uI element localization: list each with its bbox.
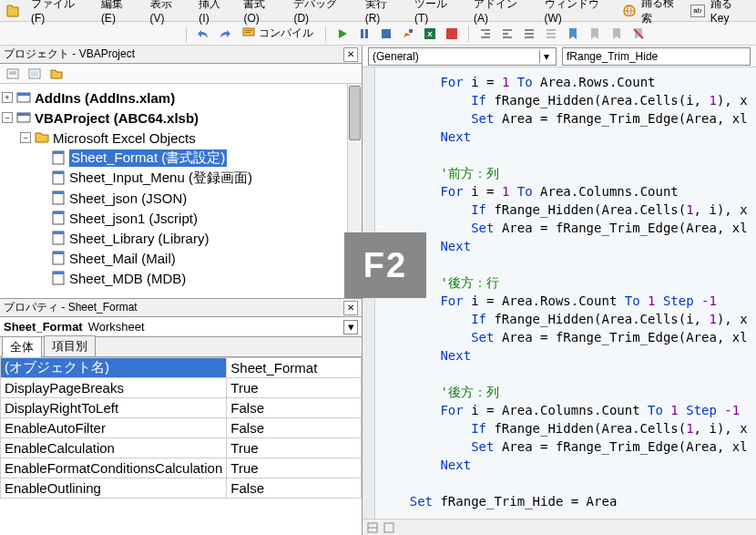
undo-button[interactable] xyxy=(194,25,212,43)
svg-rect-4 xyxy=(361,29,363,38)
design-mode-button[interactable] xyxy=(399,25,417,43)
chevron-down-icon[interactable]: ▾ xyxy=(343,320,358,334)
view-code-button[interactable] xyxy=(4,65,22,83)
property-value[interactable]: True xyxy=(227,438,362,458)
svg-rect-28 xyxy=(53,211,64,214)
property-name: EnableFormatConditionsCalculation xyxy=(1,458,227,478)
full-view-button[interactable] xyxy=(383,521,395,534)
property-value[interactable]: Sheet_Format xyxy=(227,358,362,378)
compile-button[interactable]: コンパイル xyxy=(238,25,318,43)
pause-button[interactable] xyxy=(355,25,373,43)
properties-title-text: プロパティ - Sheet_Format xyxy=(4,300,138,315)
code-content: For i = 1 To Area.Rows.Count If fRange_H… xyxy=(379,73,756,519)
object-combo-value: (General) xyxy=(373,50,419,63)
redo-button[interactable] xyxy=(216,25,234,43)
scrollbar-thumb[interactable] xyxy=(349,86,361,140)
tree-node-sheet-library[interactable]: Sheet_Library (Library) xyxy=(2,228,360,248)
tree-node-vbaproject[interactable]: −VBAProject (ABC64.xlsb) xyxy=(2,108,360,128)
svg-rect-24 xyxy=(53,171,64,174)
property-row[interactable]: DisplayRightToLeftFalse xyxy=(1,398,362,418)
tab-categorized[interactable]: 項目別 xyxy=(44,335,96,356)
tree-node-sheet-mail[interactable]: Sheet_Mail (Mail) xyxy=(2,248,360,268)
odoru-search[interactable]: 踊る検索 xyxy=(641,0,685,26)
property-value[interactable]: False xyxy=(227,478,362,499)
view-object-button[interactable] xyxy=(26,65,44,83)
next-bookmark-button[interactable] xyxy=(586,25,604,43)
property-row[interactable]: DisplayPageBreaksTrue xyxy=(1,378,362,398)
vba-button[interactable] xyxy=(443,25,461,43)
project-panel-title: プロジェクト - VBAProject ✕ xyxy=(0,46,362,64)
property-name: EnableOutlining xyxy=(1,478,227,499)
code-footer xyxy=(363,519,756,535)
comment-button[interactable] xyxy=(520,25,538,43)
property-value[interactable]: True xyxy=(227,458,362,478)
svg-rect-3 xyxy=(245,32,250,33)
tab-all[interactable]: 全体 xyxy=(2,336,42,357)
code-dropdown-bar: (General) ▾ fRange_Trim_Hide xyxy=(363,46,756,67)
bookmark-button[interactable] xyxy=(564,25,582,43)
collapse-icon[interactable]: − xyxy=(20,132,31,143)
property-row[interactable]: (オブジェクト名)Sheet_Format xyxy=(1,358,362,378)
property-row[interactable]: EnableOutliningFalse xyxy=(1,478,362,499)
prev-bookmark-button[interactable] xyxy=(608,25,626,43)
collapse-icon[interactable]: − xyxy=(2,112,13,123)
uncomment-button[interactable] xyxy=(542,25,560,43)
tree-node-sheet-json1[interactable]: Sheet_json1 (Jscript) xyxy=(2,208,360,228)
stop-button[interactable] xyxy=(377,25,395,43)
svg-rect-26 xyxy=(53,191,64,194)
menu-run[interactable]: 実行(R) xyxy=(360,0,407,26)
menu-debug[interactable]: デバッグ(D) xyxy=(288,0,357,26)
property-value[interactable]: False xyxy=(227,418,362,438)
object-name: Sheet_Format xyxy=(4,320,83,334)
property-value[interactable]: False xyxy=(227,398,362,418)
tree-node-sheet-mdb[interactable]: Sheet_MDB (MDB) xyxy=(2,268,360,288)
separator xyxy=(468,26,469,42)
clear-bookmark-button[interactable] xyxy=(629,25,648,43)
expand-icon[interactable]: + xyxy=(2,92,13,103)
menu-view[interactable]: 表示(V) xyxy=(145,0,192,26)
project-toolbar xyxy=(0,64,362,84)
tree-node-excel-objects[interactable]: −Microsoft Excel Objects xyxy=(2,128,360,148)
project-tree[interactable]: +AddIns (AddIns.xlam) −VBAProject (ABC64… xyxy=(0,84,362,298)
tree-node-sheet-format[interactable]: Sheet_Format (書式設定) xyxy=(2,148,360,168)
excel-button[interactable]: X xyxy=(421,25,439,43)
sheet-icon xyxy=(51,231,66,245)
proc-view-button[interactable] xyxy=(366,521,379,534)
menu-edit[interactable]: 編集(E) xyxy=(96,0,143,26)
sheet-icon xyxy=(51,251,66,265)
odoru-key[interactable]: 踊るKey xyxy=(710,0,751,25)
menu-bar: ファイル(F) 編集(E) 表示(V) 挿入(I) 書式(O) デバッグ(D) … xyxy=(0,0,756,22)
close-icon[interactable]: ✕ xyxy=(343,47,358,62)
menu-format[interactable]: 書式(O) xyxy=(238,0,286,26)
indent-right-button[interactable] xyxy=(498,25,516,43)
menu-tools[interactable]: ツール(T) xyxy=(409,0,466,26)
property-row[interactable]: EnableFormatConditionsCalculationTrue xyxy=(1,458,362,478)
property-name: EnableCalculation xyxy=(1,438,227,458)
property-value[interactable]: True xyxy=(227,378,362,398)
property-name: DisplayPageBreaks xyxy=(1,378,227,398)
property-row[interactable]: EnableCalculationTrue xyxy=(1,438,362,458)
folder-toggle-button[interactable] xyxy=(47,65,66,83)
property-name: DisplayRightToLeft xyxy=(1,398,227,418)
menu-window[interactable]: ウィンドウ(W) xyxy=(539,0,622,26)
indent-left-button[interactable] xyxy=(476,25,495,43)
tree-node-sheet-input-menu[interactable]: Sheet_Input_Menu (登録画面) xyxy=(2,168,360,188)
svg-rect-16 xyxy=(31,71,38,77)
properties-grid[interactable]: (オブジェクト名)Sheet_FormatDisplayPageBreaksTr… xyxy=(0,357,362,535)
menu-addin[interactable]: アドイン(A) xyxy=(468,0,537,26)
menu-insert[interactable]: 挿入(I) xyxy=(193,0,236,26)
svg-rect-37 xyxy=(384,523,393,532)
object-combo[interactable]: (General) ▾ xyxy=(368,47,557,66)
tree-node-sheet-json[interactable]: Sheet_json (JSON) xyxy=(2,188,360,208)
property-row[interactable]: EnableAutoFilterFalse xyxy=(1,418,362,438)
svg-text:X: X xyxy=(427,30,433,38)
menu-file[interactable]: ファイル(F) xyxy=(26,0,94,26)
run-button[interactable] xyxy=(333,25,352,43)
tree-node-addins[interactable]: +AddIns (AddIns.xlam) xyxy=(2,87,360,108)
project-panel-title-text: プロジェクト - VBAProject xyxy=(4,46,135,62)
procedure-combo[interactable]: fRange_Trim_Hide xyxy=(562,47,751,66)
svg-rect-7 xyxy=(409,29,413,33)
object-selector[interactable]: Sheet_Format Worksheet ▾ xyxy=(0,317,362,337)
close-icon[interactable]: ✕ xyxy=(343,301,358,315)
chevron-down-icon[interactable]: ▾ xyxy=(539,50,552,63)
